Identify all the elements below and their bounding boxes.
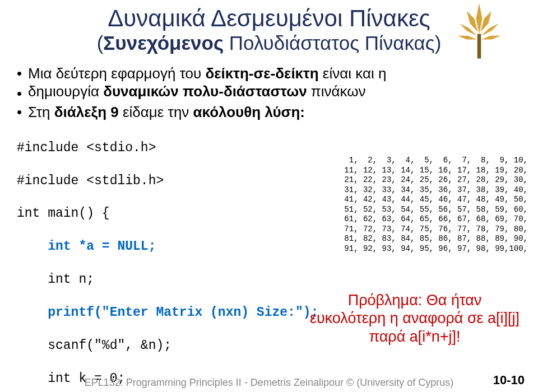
bullet2-b: διάλεξη 9: [54, 104, 123, 120]
bullet1-line2: δημιουργία δυναμικών πολυ-διάσταστων πιν…: [17, 82, 521, 101]
problem-callout: Πρόβλημα: Θα ήταν ευκολότερη η αναφορά σ…: [308, 291, 521, 346]
slide-subtitle: (Συνεχόμενος Πολυδιάστατος Πίνακας): [17, 32, 521, 54]
subtitle-rest: Πολυδιάστατος Πίνακας): [224, 32, 441, 54]
bullet1-text-a: Μια δεύτερη εφαρμογή του: [28, 65, 206, 82]
svg-rect-0: [477, 34, 481, 59]
bullet-1: Μια δεύτερη εφαρμογή του δείκτη-σε-δείκτ…: [17, 64, 521, 83]
bullet1-line2-b: δυναμικών πολυ-διάσταστων: [103, 83, 307, 100]
output-matrix: 1, 2, 3, 4, 5, 6, 7, 8, 9, 10, 11, 12, 1…: [344, 156, 528, 254]
bullet1-text-b: δείκτη-σε-δείκτη: [206, 65, 319, 82]
bullet1-text-c: είναι και η: [319, 65, 387, 82]
code-line-5: int n;: [17, 272, 521, 288]
slide-footer: EPL132: Programming Principles II - Deme…: [0, 377, 538, 389]
subtitle-bold: Συνεχόμενος: [103, 32, 224, 54]
bullet2-c: είδαμε την: [123, 104, 193, 120]
slide-title: Δυναμικά Δεσμευμένοι Πίνακες: [17, 6, 521, 31]
slide-number: 10-10: [493, 373, 525, 388]
bullet-2: Στη διάλεξη 9 είδαμε την ακόλουθη λύση:: [17, 103, 521, 122]
bullet1-line2-a: δημιουργία: [28, 83, 103, 100]
bullet2-a: Στη: [28, 104, 54, 120]
subtitle-open: (: [97, 32, 104, 54]
code-line-1: #include <stdio.h>: [17, 140, 521, 156]
bullet1-line2-c: πινάκων: [307, 83, 366, 100]
bullet2-d: ακόλουθη λύση:: [193, 104, 305, 120]
